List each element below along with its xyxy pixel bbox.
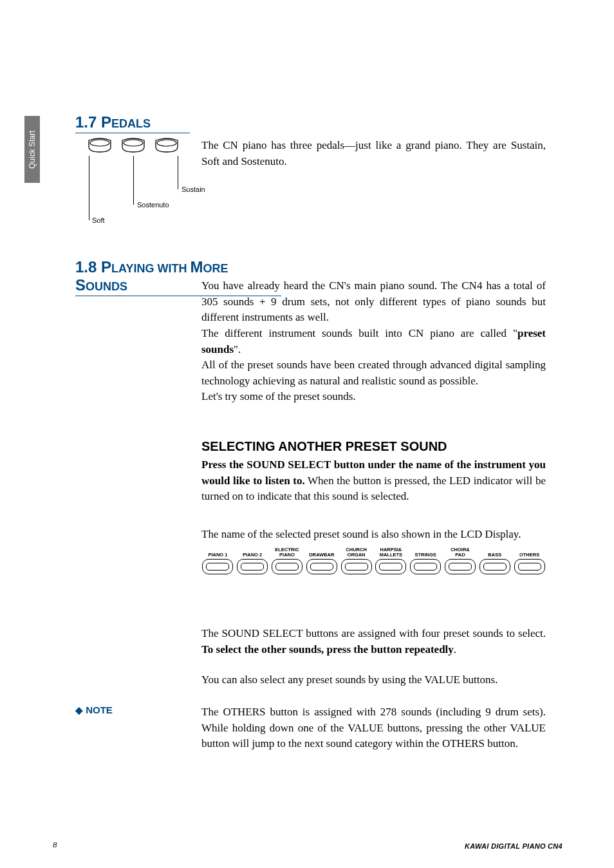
pedal-sostenuto-label: Sostenuto [137, 201, 169, 209]
sound-button-label: OTHERS [519, 547, 539, 558]
sound-button-icon [202, 559, 233, 574]
sound-button-icon [237, 559, 268, 574]
sound-button-icon [375, 559, 406, 574]
sound-button: CHOIR& PAD [444, 547, 477, 574]
sound-button: PIANO 2 [236, 547, 269, 574]
section-number: 1.8 [75, 258, 97, 276]
sound-button-label: PIANO 2 [243, 547, 262, 558]
line [133, 156, 134, 205]
note-label: NOTE [75, 704, 113, 716]
sound-button-label: ELECTRIC PIANO [275, 547, 299, 558]
sound-button-label: CHOIR& PAD [451, 547, 470, 558]
subheading-selecting-preset: SELECTING ANOTHER PRESET SOUND [201, 439, 447, 454]
sound-button-label: BASS [488, 547, 501, 558]
title-word: PEDALS [101, 113, 151, 131]
sound-button-label: HARPSI& MALLETS [380, 547, 402, 558]
sound-button-icon [479, 559, 510, 574]
sound-button-icon [445, 559, 476, 574]
sound-button-label: STRINGS [415, 547, 436, 558]
para: You have already heard the CN's main pia… [201, 278, 546, 326]
note-body: The OTHERS button is assigned with 278 s… [201, 704, 546, 752]
para-four-preset: The SOUND SELECT buttons are assigned wi… [201, 626, 546, 657]
sound-button-icon [272, 559, 302, 574]
sound-button: PIANO 1 [201, 547, 234, 574]
sound-button: ELECTRIC PIANO [271, 547, 304, 574]
para-lcd-display: The name of the selected preset sound is… [201, 527, 546, 543]
sound-button: DRAWBAR [305, 547, 338, 574]
svg-point-1 [124, 140, 143, 146]
sound-button: CHURCH ORGAN [340, 547, 373, 574]
section-1-8-intro: You have already heard the CN's main pia… [201, 278, 546, 405]
product-name: KAWAI DIGITAL PIANO CN4 [465, 842, 563, 850]
sound-button-icon [341, 559, 372, 574]
pedal-soft-label: Soft [92, 216, 105, 224]
pedal-sostenuto-icon [120, 138, 147, 155]
sound-button-icon [410, 559, 441, 574]
side-tab: Quick Start [24, 116, 40, 183]
para: The different instrument sounds built in… [201, 326, 546, 357]
para: All of the preset sounds have been creat… [201, 357, 546, 389]
sound-button-icon [514, 559, 545, 574]
para: Let's try some of the preset sounds. [201, 389, 546, 405]
pedal-sustain-label: Sustain [181, 185, 205, 193]
sound-select-buttons-diagram: PIANO 1PIANO 2ELECTRIC PIANODRAWBARCHURC… [201, 547, 546, 574]
pedal-soft-icon [86, 138, 113, 155]
para-press-sound-select: Press the SOUND SELECT button under the … [201, 457, 546, 505]
page-number: 8 [53, 840, 57, 850]
section-number: 1.7 [75, 113, 97, 131]
line [178, 156, 178, 189]
sound-button-label: DRAWBAR [309, 547, 334, 558]
svg-point-2 [157, 140, 176, 146]
para-value-buttons: You can also select any preset sounds by… [201, 672, 546, 688]
sound-button: BASS [478, 547, 511, 574]
sound-button-label: PIANO 1 [208, 547, 227, 558]
section-1-7-body: The CN piano has three pedals—just like … [201, 138, 546, 169]
svg-point-0 [90, 140, 109, 146]
footer: 8 KAWAI DIGITAL PIANO CN4 [53, 840, 563, 850]
sound-button: OTHERS [513, 547, 546, 574]
sound-button-icon [306, 559, 337, 574]
section-1-7-title: 1.7 PEDALS [75, 113, 190, 133]
pedal-sustain-icon [153, 138, 180, 155]
sound-button: STRINGS [409, 547, 442, 574]
pedal-diagram: Sustain Sostenuto Soft [75, 138, 191, 228]
page: Quick Start 1.7 PEDALS The CN piano has … [0, 0, 614, 868]
sound-button: HARPSI& MALLETS [375, 547, 407, 574]
line [89, 156, 89, 220]
sound-button-label: CHURCH ORGAN [346, 547, 367, 558]
